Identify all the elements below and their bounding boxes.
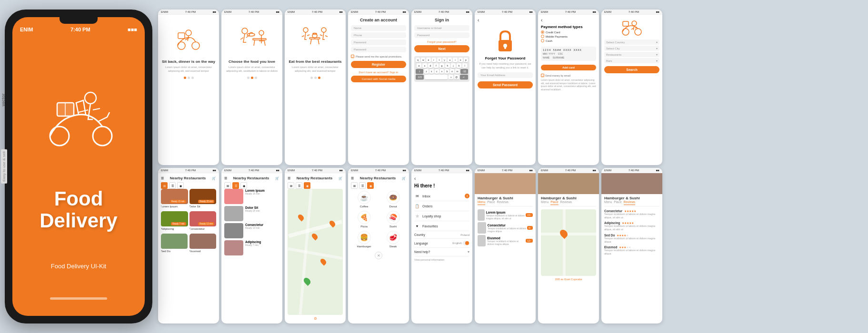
food-card-5[interactable]: Sed Do (161, 234, 188, 253)
tab-menu[interactable]: Menu (478, 200, 485, 205)
key-y[interactable]: y (442, 58, 447, 62)
grid-view-button[interactable]: ⊞ (288, 182, 294, 189)
map-pin-3[interactable] (319, 257, 327, 265)
key-m[interactable]: m (455, 69, 459, 74)
send-password-button[interactable]: Send Password (478, 81, 533, 88)
key-f[interactable]: f (434, 63, 439, 68)
hamburger-icon[interactable]: ☰ (351, 176, 354, 180)
category-steak[interactable]: 🥩 Steak (380, 231, 406, 248)
key-e[interactable]: e (426, 58, 430, 62)
key-u[interactable]: u (448, 58, 452, 62)
key-l[interactable]: l (462, 63, 467, 68)
tab-place-3[interactable]: Place (614, 200, 621, 205)
sidebar-item-orders[interactable]: 📋 Orders (414, 201, 469, 211)
map-pin-1[interactable] (297, 214, 305, 222)
tab-reviews[interactable]: Reviews (497, 200, 509, 205)
key-delete[interactable]: ⌫ (460, 69, 468, 74)
filter-icon[interactable]: ⊜ (288, 316, 343, 321)
list-view-button[interactable]: ☰ (296, 182, 302, 189)
category-hamburger[interactable]: 🍔 Hamburger (351, 231, 377, 248)
food-card-4[interactable]: Consectetur Ready 13 min (190, 211, 217, 230)
list-item-3[interactable]: Consectetur Ready 13 min (224, 223, 279, 238)
grid-view-button[interactable]: ⊞ (161, 182, 168, 189)
key-return[interactable]: ↵ (460, 75, 468, 79)
grid-view-button[interactable]: ⊞ (351, 182, 358, 189)
list-item-2[interactable]: Dolor Sit Ready 25 min (224, 206, 279, 221)
cart-icon[interactable]: 🛒 (275, 176, 279, 180)
map-view-button[interactable]: ◉ (367, 182, 374, 189)
cart-icon[interactable]: 🛒 (402, 176, 406, 180)
email-field[interactable]: Username or Email (414, 25, 469, 31)
hamburger-icon[interactable]: ☰ (224, 176, 227, 180)
language-toggle[interactable] (463, 241, 469, 245)
email-input[interactable]: Your Email Address (478, 72, 533, 78)
cart-icon[interactable]: 🛒 (212, 176, 216, 180)
restaurants-field[interactable]: Restaurants ▾ (604, 52, 659, 57)
sidebar-item-loyalty[interactable]: ☆ Loyalty shop (414, 211, 469, 221)
grid-view-button[interactable]: ⊞ (224, 182, 231, 189)
cart-icon[interactable]: 🛒 (339, 176, 343, 180)
promo-checkbox[interactable]: ✓ (351, 55, 354, 58)
next-button[interactable]: Next (414, 45, 469, 52)
key-i[interactable]: i (453, 58, 457, 62)
sidebar-item-inbox[interactable]: ✉ Inbox 3 (414, 191, 469, 201)
tab-menu-2[interactable]: Menu (541, 200, 549, 205)
category-donut[interactable]: 🍩 Donut (380, 191, 406, 208)
radio-mobile[interactable] (541, 35, 544, 38)
place-map[interactable] (541, 209, 596, 276)
key-w[interactable]: w (421, 58, 425, 62)
sidebar-item-favourites[interactable]: ♥ Favourites (414, 221, 469, 231)
credit-card-option[interactable]: Credit Card (541, 30, 596, 34)
tab-place[interactable]: Place (487, 200, 495, 205)
register-button[interactable]: Register (351, 61, 406, 68)
key-c[interactable]: c (435, 69, 439, 74)
social-login-button[interactable]: Connect with Social media (351, 76, 406, 82)
help-setting[interactable]: Need help? ▾ (414, 248, 469, 256)
key-a[interactable]: a (417, 63, 421, 68)
map-view-button[interactable]: ◉ (304, 182, 310, 189)
category-sushi[interactable]: 🍣 Sushi (380, 211, 406, 228)
tab-menu-3[interactable]: Menu (604, 200, 612, 205)
key-v[interactable]: v (440, 69, 444, 74)
map-area[interactable] (288, 189, 343, 315)
language-setting[interactable]: Language English (414, 239, 469, 248)
key-n[interactable]: n (450, 69, 454, 74)
key-d[interactable]: d (428, 63, 433, 68)
cash-option[interactable]: Cash (541, 39, 596, 42)
key-o[interactable]: o (459, 58, 463, 62)
key-space[interactable] (425, 75, 448, 79)
key-p[interactable]: p (464, 58, 468, 62)
password-field[interactable]: Password (351, 39, 406, 45)
receipt-checkbox[interactable]: ✓ (541, 74, 544, 77)
search-button[interactable]: Search (604, 66, 659, 73)
tab-reviews-3[interactable]: Reviews (624, 200, 636, 205)
key-z[interactable]: z (424, 69, 429, 74)
key-shift[interactable]: ⇧ (416, 69, 423, 74)
list-view-button[interactable]: ☰ (359, 182, 366, 189)
key-g[interactable]: g (439, 63, 444, 68)
key-h[interactable]: h (445, 63, 450, 68)
password-confirm-field[interactable]: Password (351, 47, 406, 52)
map-pin-2[interactable] (311, 232, 319, 240)
back-arrow-icon[interactable]: ‹ (541, 18, 596, 23)
key-emoji[interactable]: ☺ (449, 75, 453, 79)
key-r[interactable]: r (432, 58, 436, 62)
list-view-button[interactable]: ☰ (232, 182, 239, 189)
key-b[interactable]: b (445, 69, 449, 74)
list-item-4[interactable]: Adipiscing Ready 7 min (224, 240, 279, 255)
back-arrow-icon[interactable]: ‹ (414, 176, 469, 181)
close-icon[interactable]: ✕ (375, 252, 382, 259)
select-country-field[interactable]: Select Country ▾ (604, 39, 659, 45)
food-card-2[interactable]: Dolor Sit Ready 25 min (190, 189, 217, 208)
key-t[interactable]: t (437, 58, 441, 62)
map-view-button[interactable]: ◉ (177, 182, 184, 189)
add-card-button[interactable]: Add card (541, 65, 596, 70)
map-view-button[interactable]: ◉ (240, 182, 247, 189)
country-setting[interactable]: Country Poland (414, 231, 469, 239)
list-item-1[interactable]: Lorem Ipsum Ready 15 min (224, 189, 279, 204)
back-arrow-icon[interactable]: ‹ (478, 18, 533, 23)
key-numbers[interactable]: 123 (416, 75, 424, 79)
category-pizza[interactable]: 🍕 Pizza (351, 211, 377, 228)
password-field[interactable]: Password (414, 32, 469, 38)
tab-reviews-2[interactable]: Reviews (560, 200, 572, 205)
